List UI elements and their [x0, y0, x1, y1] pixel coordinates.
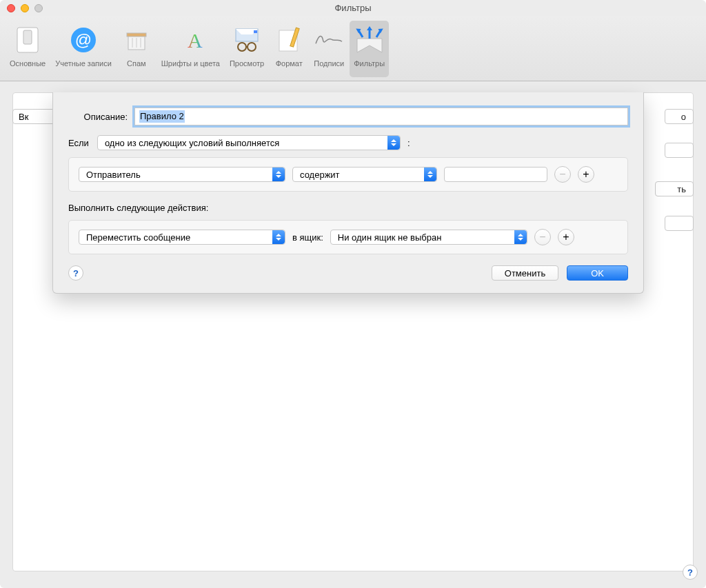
if-label: Если	[68, 138, 89, 148]
svg-rect-1	[23, 30, 32, 44]
tab-fonts[interactable]: A Шрифты и цвета	[157, 21, 224, 77]
action-row: Переместить сообщение в ящик: Ни один ящ…	[79, 229, 618, 245]
condition-operator-dropdown[interactable]: содержит	[292, 167, 437, 182]
tab-composing[interactable]: Формат	[270, 21, 308, 77]
sheet-help-button[interactable]: ?	[68, 265, 83, 281]
tab-junk[interactable]: Спам	[117, 21, 156, 77]
svg-point-13	[238, 43, 246, 51]
chevron-updown-icon	[387, 136, 400, 150]
tab-general[interactable]: Основные	[6, 21, 50, 77]
tab-viewing[interactable]: Просмотр	[225, 21, 268, 77]
bg-add-rule-button[interactable]: о	[665, 109, 694, 124]
chevron-updown-icon	[514, 230, 527, 244]
tab-rules[interactable]: Фильтры	[350, 21, 389, 77]
titlebar: Фильтры	[0, 0, 706, 16]
tab-signatures[interactable]: Подписи	[310, 21, 348, 77]
to-mailbox-label: в ящик:	[292, 232, 323, 243]
svg-rect-12	[254, 30, 257, 33]
remove-action-button[interactable]: −	[534, 229, 551, 245]
condition-value-input[interactable]	[444, 167, 547, 182]
svg-marker-20	[376, 27, 383, 34]
signature-icon	[314, 25, 344, 55]
bg-duplicate-rule-button[interactable]: ть	[655, 181, 694, 196]
glasses-icon	[232, 25, 262, 55]
condition-row: Отправитель содержит − +	[79, 166, 618, 183]
svg-marker-19	[356, 27, 362, 34]
svg-point-14	[248, 43, 256, 51]
chevron-updown-icon	[272, 230, 285, 244]
chevron-updown-icon	[272, 168, 285, 181]
chevron-updown-icon	[424, 168, 436, 181]
trash-icon	[121, 25, 152, 55]
svg-rect-5	[127, 33, 146, 37]
add-action-button[interactable]: +	[558, 229, 574, 245]
svg-text:@: @	[75, 30, 92, 49]
svg-marker-17	[357, 39, 382, 52]
at-icon: @	[68, 25, 99, 55]
bg-remove-rule-button[interactable]	[665, 216, 694, 231]
condition-field-dropdown[interactable]: Отправитель	[79, 167, 285, 182]
conditions-group: Отправитель содержит − +	[68, 157, 628, 192]
tab-accounts[interactable]: @ Учетные записи	[51, 21, 116, 77]
sheet-buttons: ? Отменить OK	[68, 265, 628, 281]
cancel-button[interactable]: Отменить	[492, 265, 558, 281]
description-input[interactable]: Правило 2	[134, 108, 628, 125]
preferences-window: Фильтры Основные @ Учетные записи Спам A…	[0, 0, 706, 588]
compose-icon	[274, 25, 304, 55]
fonts-icon: A	[175, 25, 205, 55]
svg-text:A: A	[188, 29, 203, 52]
bg-edit-rule-button[interactable]	[665, 143, 694, 158]
description-label: Описание:	[68, 112, 134, 122]
bg-active-header: Вк	[12, 109, 55, 124]
ok-button[interactable]: OK	[567, 265, 628, 281]
rule-editor-sheet: Описание: Правило 2 Если одно из следующ…	[52, 92, 644, 294]
actions-group: Переместить сообщение в ящик: Ни один ящ…	[68, 220, 628, 254]
help-button[interactable]: ?	[683, 565, 698, 580]
general-icon	[12, 25, 43, 55]
preferences-toolbar: Основные @ Учетные записи Спам A Шрифты …	[0, 16, 706, 81]
window-title: Фильтры	[0, 3, 706, 13]
match-mode-dropdown[interactable]: одно из следующих условий выполняется	[97, 135, 401, 150]
remove-condition-button[interactable]: −	[554, 166, 571, 183]
actions-label: Выполнить следующие действия:	[68, 203, 628, 213]
target-mailbox-dropdown[interactable]: Ни один ящик не выбран	[330, 230, 527, 245]
rules-icon	[354, 25, 385, 55]
add-condition-button[interactable]: +	[578, 166, 594, 183]
svg-marker-18	[367, 26, 372, 30]
colon: :	[407, 138, 410, 148]
action-verb-dropdown[interactable]: Переместить сообщение	[79, 230, 285, 245]
